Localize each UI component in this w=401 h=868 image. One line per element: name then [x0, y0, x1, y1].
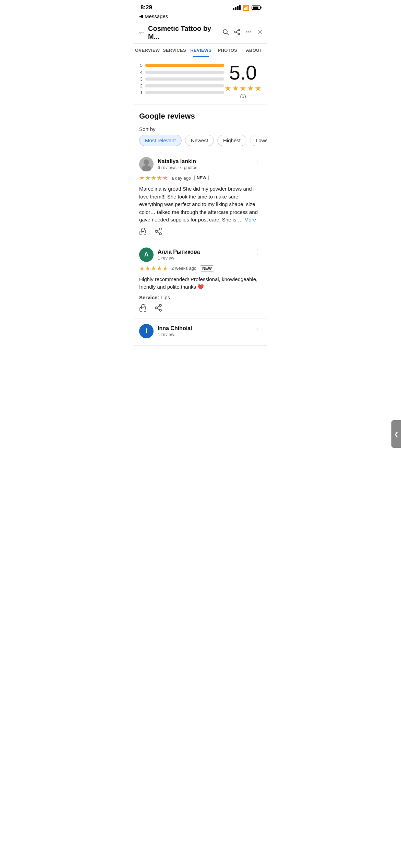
bar-row-5: 5	[139, 63, 224, 68]
sort-chip-newest[interactable]: Newest	[185, 135, 214, 146]
more-options-icon[interactable]	[245, 28, 252, 37]
tab-services[interactable]: SERVICES	[161, 44, 187, 57]
sort-chips: Most relevant Newest Highest Lowest	[134, 135, 267, 152]
avatar-1	[139, 157, 154, 171]
review-stars-1: ★ ★ ★ ★ ★	[139, 174, 168, 182]
bar-label-4: 4	[139, 70, 143, 75]
page-title: Cosmetic Tattoo by M...	[148, 25, 222, 40]
rating-summary: 5 4 3 2 1	[134, 57, 267, 105]
bar-label-2: 2	[139, 83, 143, 88]
back-button[interactable]: ←	[138, 28, 145, 37]
reviews-section: Google reviews Sort by Most relevant New…	[134, 105, 267, 346]
svg-line-1	[227, 33, 229, 35]
bar-track-5	[145, 64, 224, 67]
review-more-link-1[interactable]: More	[244, 217, 256, 222]
review-text-2: Highly recommended! Professional, knowle…	[139, 276, 262, 291]
share-button-1[interactable]	[154, 227, 162, 238]
reviews-title: Google reviews	[139, 112, 262, 121]
sort-by-label: Sort by	[134, 122, 267, 135]
review-rating-row-1: ★ ★ ★ ★ ★ a day ago NEW	[139, 174, 262, 182]
bar-row-1: 1	[139, 90, 224, 95]
status-bar: 8:29 📶	[134, 0, 267, 12]
back-nav: ◀ Messages	[134, 12, 267, 22]
score-count: (5)	[224, 94, 262, 99]
sort-chip-highest[interactable]: Highest	[217, 135, 246, 146]
tabs-bar: OVERVIEW SERVICES REVIEWS PHOTOS ABOUT	[134, 44, 267, 57]
like-button-2[interactable]	[139, 304, 147, 314]
status-icons: 📶	[233, 4, 260, 11]
svg-point-9	[250, 31, 251, 32]
signal-bars-icon	[233, 5, 241, 10]
bar-row-4: 4	[139, 70, 224, 75]
reviewer-row-1: Nataliya Iankin 6 reviews · 6 photos ⋮	[139, 157, 262, 171]
review-more-button-1[interactable]: ⋮	[252, 157, 262, 165]
review-card-2: A Алла Рытикова 1 review ⋮ ★ ★ ★ ★ ★ 2 w…	[134, 242, 267, 318]
reviewer-left-3: I Inna Chihoial 1 review	[139, 324, 192, 338]
reviewer-name-3: Inna Chihoial	[158, 325, 192, 331]
reviewer-row-3: I Inna Chihoial 1 review ⋮	[139, 324, 262, 338]
sort-chip-most-relevant[interactable]: Most relevant	[139, 135, 182, 146]
review-actions-2	[139, 304, 262, 314]
review-stars-2: ★ ★ ★ ★ ★	[139, 265, 168, 272]
tab-reviews[interactable]: REVIEWS	[188, 44, 214, 57]
rating-score-panel: 5.0 ★ ★ ★ ★ ★ (5)	[224, 63, 262, 99]
review-more-button-2[interactable]: ⋮	[252, 248, 262, 256]
star-3-icon: ★	[240, 84, 246, 93]
star-4-icon: ★	[247, 84, 254, 93]
star-2-icon: ★	[232, 84, 239, 93]
share-icon[interactable]	[234, 28, 241, 37]
review-text-1: Marcelina is great! She did my powder br…	[139, 185, 262, 224]
status-time: 8:29	[141, 4, 152, 11]
svg-point-7	[246, 31, 247, 32]
reviewer-left-2: A Алла Рытикова 1 review	[139, 248, 200, 262]
tab-photos[interactable]: PHOTOS	[214, 44, 241, 57]
svg-point-8	[248, 31, 249, 32]
reviewer-info-3: Inna Chihoial 1 review	[158, 325, 192, 337]
share-button-2[interactable]	[154, 304, 162, 314]
bar-row-2: 2	[139, 83, 224, 88]
avatar-3: I	[139, 324, 154, 338]
svg-line-23	[157, 308, 160, 310]
score-stars: ★ ★ ★ ★ ★	[224, 84, 262, 93]
header-actions	[222, 28, 263, 37]
search-icon[interactable]	[222, 28, 229, 37]
back-label: Messages	[145, 13, 168, 19]
bar-label-5: 5	[139, 63, 143, 68]
svg-line-6	[236, 30, 238, 31]
tab-about[interactable]: ABOUT	[241, 44, 267, 57]
battery-icon	[252, 5, 260, 10]
svg-line-5	[236, 32, 238, 33]
review-service-2: Service: Lips	[139, 294, 262, 300]
review-card-3: I Inna Chihoial 1 review ⋮	[134, 318, 267, 346]
tab-overview[interactable]: OVERVIEW	[134, 44, 161, 57]
review-more-button-3[interactable]: ⋮	[252, 324, 262, 332]
reviewer-meta-2: 1 review	[158, 255, 200, 261]
bar-track-2	[145, 84, 224, 87]
app-header: ← Cosmetic Tattoo by M...	[134, 22, 267, 44]
bar-track-3	[145, 77, 224, 81]
reviewer-meta-1: 6 reviews · 6 photos	[158, 165, 197, 170]
review-card-1: Nataliya Iankin 6 reviews · 6 photos ⋮ ★…	[134, 152, 267, 242]
reviewer-meta-3: 1 review	[158, 332, 192, 337]
like-button-1[interactable]	[139, 227, 147, 238]
bar-track-1	[145, 91, 224, 94]
reviewer-name-1: Nataliya Iankin	[158, 158, 197, 165]
svg-line-18	[157, 232, 160, 233]
review-date-1: a day ago	[171, 176, 191, 181]
review-actions-1	[139, 227, 262, 238]
svg-line-24	[157, 306, 160, 307]
wifi-icon: 📶	[243, 4, 250, 11]
bar-track-4	[145, 71, 224, 74]
reviewer-name-2: Алла Рытикова	[158, 249, 200, 255]
svg-point-13	[144, 159, 149, 165]
sort-chip-lowest[interactable]: Lowest	[250, 135, 267, 146]
reviewer-info-1: Nataliya Iankin 6 reviews · 6 photos	[158, 158, 197, 170]
new-badge-2: NEW	[200, 265, 214, 272]
star-5-icon: ★	[255, 84, 262, 93]
bar-label-3: 3	[139, 76, 143, 82]
avatar-2: A	[139, 248, 154, 262]
messages-back-link[interactable]: ◀ Messages	[139, 13, 262, 19]
reviewer-left-1: Nataliya Iankin 6 reviews · 6 photos	[139, 157, 197, 171]
close-icon[interactable]	[257, 29, 263, 37]
review-date-2: 2 weeks ago	[171, 266, 196, 271]
